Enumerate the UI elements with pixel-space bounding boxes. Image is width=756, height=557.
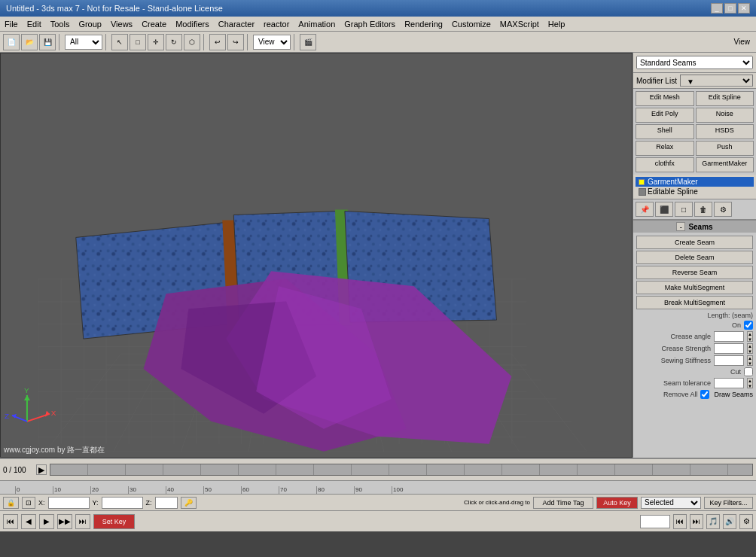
shell-btn[interactable]: Shell — [636, 124, 694, 139]
remove-all-checkbox[interactable] — [700, 390, 709, 399]
noise-btn[interactable]: Noise — [696, 108, 754, 123]
menu-file[interactable]: File — [0, 18, 23, 30]
selected-select[interactable]: Selected — [641, 497, 701, 509]
menu-group[interactable]: Group — [74, 18, 106, 30]
y-input[interactable]: 40.742 — [102, 497, 143, 509]
stack-editable-spline[interactable]: Editable Spline — [636, 187, 754, 196]
close-button[interactable]: ✕ — [738, 3, 750, 14]
mini-player-5[interactable]: ⚙ — [739, 514, 753, 529]
seam-tolerance-spinner[interactable]: ▲ ▼ — [747, 378, 753, 388]
stack-garment-maker[interactable]: GarmentMaker — [636, 177, 754, 187]
menu-customize[interactable]: Customize — [447, 18, 495, 30]
menu-maxscript[interactable]: MAXScript — [495, 18, 544, 30]
edit-spline-btn[interactable]: Edit Spline — [696, 91, 754, 106]
pin-stack-btn[interactable]: 📌 — [636, 202, 654, 217]
prev-frame-btn[interactable]: ◀ — [21, 514, 36, 529]
make-multi-btn[interactable]: Make MultiSegment — [636, 281, 753, 294]
set-key-btn[interactable]: Set Key — [93, 514, 135, 529]
auto-key-btn[interactable]: Auto Key — [596, 497, 638, 509]
scale-btn[interactable]: ⬡ — [184, 34, 200, 50]
hsds-btn[interactable]: HSDS — [696, 124, 754, 139]
cs-spinner-dn[interactable]: ▼ — [748, 349, 752, 355]
undo-btn[interactable]: ↩ — [209, 34, 226, 50]
render-btn[interactable]: 🎬 — [300, 34, 316, 50]
spinner-up[interactable]: ▲ — [748, 332, 752, 337]
edit-poly-btn[interactable]: Edit Poly — [636, 108, 694, 123]
menu-reactor[interactable]: reactor — [259, 18, 294, 30]
goto-end-btn[interactable]: ⏭ — [75, 514, 90, 529]
edit-mesh-btn[interactable]: Edit Mesh — [636, 91, 694, 106]
ss-spinner-up[interactable]: ▲ — [748, 356, 752, 361]
add-time-tag-btn[interactable]: Add Time Tag — [533, 497, 593, 509]
modifier-list-dropdown[interactable]: ▼ — [680, 75, 753, 87]
relax-btn[interactable]: Relax — [636, 141, 694, 156]
menu-rendering[interactable]: Rendering — [400, 18, 447, 30]
mini-player-1[interactable]: ⏮ — [673, 514, 687, 529]
region-btn[interactable]: □ — [130, 34, 146, 50]
timeline-expand-btn[interactable]: ▶ — [36, 464, 47, 475]
config-btns[interactable]: ⚙ — [714, 202, 732, 217]
cut-checkbox[interactable] — [744, 367, 753, 376]
play-btn[interactable]: ▶ — [39, 514, 54, 529]
mini-player-4[interactable]: 🔊 — [723, 514, 736, 529]
push-btn[interactable]: Push — [696, 141, 754, 156]
move-btn[interactable]: ✛ — [148, 34, 164, 50]
open-btn[interactable]: 📂 — [21, 34, 38, 50]
goto-start-btn[interactable]: ⏮ — [3, 514, 18, 529]
seams-collapse-btn[interactable]: - — [676, 222, 685, 231]
menu-character[interactable]: Character — [214, 18, 259, 30]
mini-player-3[interactable]: 🎵 — [706, 514, 720, 529]
rotate-btn[interactable]: ↻ — [166, 34, 182, 50]
spinner-dn[interactable]: ▼ — [748, 337, 752, 342]
menu-tools[interactable]: Tools — [46, 18, 75, 30]
abs-rel-btn[interactable]: ⊡ — [22, 497, 35, 509]
sewing-stiffness-spinner[interactable]: ▲ ▼ — [747, 355, 753, 366]
view-select[interactable]: View — [253, 35, 291, 50]
break-multi-btn[interactable]: Break MultiSegment — [636, 296, 753, 309]
garment-maker-btn[interactable]: GarmentMaker — [696, 157, 754, 172]
sewing-stiffness-input[interactable]: 50.0 — [714, 355, 744, 366]
crease-strength-input[interactable]: 1.0 — [714, 343, 744, 354]
select-btn[interactable]: ↖ — [111, 34, 128, 50]
next-frame-btn[interactable]: ▶▶ — [57, 514, 72, 529]
menu-views[interactable]: Views — [106, 18, 137, 30]
cs-spinner-up[interactable]: ▲ — [748, 344, 752, 349]
x-input[interactable]: 9.364 — [48, 497, 90, 509]
key-filters-btn[interactable]: Key Filters... — [704, 497, 753, 509]
viewport[interactable]: Perspective — [0, 53, 633, 458]
key-icon-btn[interactable]: 🔑 — [181, 497, 197, 509]
st-spinner-dn[interactable]: ▼ — [748, 384, 752, 389]
delete-seam-btn[interactable]: Delete Seam — [636, 251, 753, 264]
crease-strength-spinner[interactable]: ▲ ▼ — [747, 343, 753, 354]
reverse-seam-btn[interactable]: Reverse Seam — [636, 266, 753, 279]
mini-player-2[interactable]: ⏭ — [690, 514, 703, 529]
st-spinner-up[interactable]: ▲ — [748, 379, 752, 384]
make-unique-btn[interactable]: □ — [675, 202, 693, 217]
maximize-button[interactable]: □ — [724, 3, 736, 14]
remove-modifier-btn[interactable]: 🗑 — [694, 202, 712, 217]
timeline-bar[interactable] — [50, 464, 753, 476]
save-btn[interactable]: 💾 — [39, 34, 56, 50]
menu-graph-editors[interactable]: Graph Editors — [340, 18, 400, 30]
filter-select[interactable]: All — [65, 35, 102, 50]
on-checkbox[interactable] — [744, 321, 753, 330]
new-btn[interactable]: 📄 — [3, 34, 20, 50]
z-input[interactable] — [155, 497, 178, 509]
crease-angle-input[interactable]: 0.0 — [714, 331, 744, 342]
time-input[interactable]: 0 — [640, 515, 670, 528]
menu-animation[interactable]: Animation — [294, 18, 340, 30]
ss-spinner-dn[interactable]: ▼ — [748, 361, 752, 367]
lock-btn[interactable]: 🔒 — [3, 497, 19, 509]
menu-edit[interactable]: Edit — [23, 18, 46, 30]
menu-modifiers[interactable]: Modifiers — [171, 18, 214, 30]
create-seam-btn[interactable]: Create Seam — [636, 236, 753, 249]
minimize-button[interactable]: _ — [711, 3, 723, 14]
menu-help[interactable]: Help — [544, 18, 570, 30]
redo-btn[interactable]: ↪ — [227, 34, 244, 50]
seam-tolerance-input[interactable]: 0.06 — [714, 378, 744, 388]
standard-seams-select[interactable]: Standard Seams — [636, 56, 753, 69]
clothfx-btn[interactable]: clothfx — [636, 157, 694, 172]
crease-angle-spinner[interactable]: ▲ ▼ — [747, 331, 753, 342]
window-controls[interactable]: _ □ ✕ — [711, 3, 750, 14]
menu-create[interactable]: Create — [137, 18, 171, 30]
